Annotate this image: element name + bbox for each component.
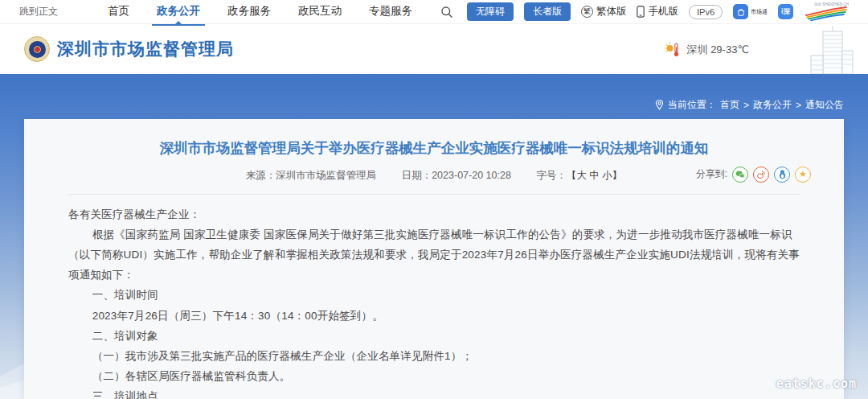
page: 跳到正文 首页 政务公开 政务服务 政民互动 专题服务 无障碍 长者版 繁 繁体… <box>0 0 868 399</box>
paragraph: （二）各辖区局医疗器械监管科负责人。 <box>68 366 800 386</box>
title-divider <box>68 194 800 195</box>
breadcrumb-label: 当前位置： <box>668 98 716 112</box>
skip-to-content-link[interactable]: 跳到正文 <box>19 5 58 19</box>
location-pin-icon <box>655 100 664 110</box>
ipv6-badge[interactable]: IPv6 <box>689 5 723 19</box>
paragraph: 各有关医疗器械生产企业： <box>68 204 800 224</box>
page-title: 深圳市市场监督管理局关于举办医疗器械生产企业实施医疗器械唯一标识法规培训的通知 <box>68 138 800 158</box>
topbar-right-tools: 无障碍 长者版 繁 繁体版 手机版 IPv6 市场通 i深 深圳 SHENZHE… <box>440 0 849 24</box>
shenzhen-china-logo[interactable]: 深圳 SHENZHEN·CHINA <box>804 0 849 24</box>
article-body: 各有关医疗器械生产企业： 根据《国家药监局 国家卫生健康委 国家医保局关于做好第… <box>68 204 800 399</box>
search-icon[interactable] <box>440 6 453 19</box>
market-app-icon <box>733 4 748 19</box>
accessibility-button[interactable]: 无障碍 <box>467 2 514 21</box>
market-app-label: 市场通 <box>751 8 768 16</box>
share-bar: 分享到: ★ <box>696 167 811 183</box>
mobile-phone-icon <box>637 6 645 18</box>
paragraph: 三、培训地点 <box>68 386 800 399</box>
meta-source: 来源：深圳市市场监督管理局 <box>246 170 377 181</box>
site-emblem-icon <box>24 36 50 62</box>
share-qq-button[interactable] <box>774 167 790 183</box>
building-illustration <box>800 26 863 74</box>
share-weibo-button[interactable] <box>753 167 769 183</box>
site-title: 深圳市市场监督管理局 <box>57 38 234 60</box>
breadcrumb-home[interactable]: 首页 <box>720 98 739 112</box>
share-wechat-button[interactable] <box>732 167 748 183</box>
paragraph: （一）我市涉及第三批实施产品的医疗器械生产企业（企业名单详见附件1）； <box>68 346 800 366</box>
share-label: 分享到: <box>696 167 727 181</box>
article-meta: 来源：深圳市市场监督管理局 日期：2023-07-20 10:28 字号：【大 … <box>68 169 800 183</box>
mobile-version-link[interactable]: 手机版 <box>637 5 678 19</box>
qq-icon <box>778 169 787 179</box>
nav-item-gov-service[interactable]: 政务服务 <box>227 1 271 23</box>
weather-widget: 深圳 29-33℃ <box>665 42 749 57</box>
nav-item-interaction[interactable]: 政民互动 <box>298 1 342 23</box>
paragraph: 根据《国家药监局 国家卫生健康委 国家医保局关于做好第三批实施医疗器械唯一标识工… <box>68 224 800 286</box>
paragraph: 二、培训对象 <box>68 326 800 346</box>
nav-item-special-service[interactable]: 专题服务 <box>369 1 412 23</box>
site-header: 深圳市市场监督管理局 深圳 29-33℃ <box>0 24 868 74</box>
paragraph: 一、培训时间 <box>68 285 800 305</box>
traditional-badge-icon: 繁 <box>581 6 593 18</box>
star-icon: ★ <box>799 169 807 179</box>
weather-text: 深圳 29-33℃ <box>687 43 749 57</box>
traditional-version-link[interactable]: 繁 繁体版 <box>581 5 627 19</box>
site-logo[interactable]: 深圳市市场监督管理局 <box>24 36 234 62</box>
font-size-selector[interactable]: 字号：【大 中 小】 <box>536 170 622 181</box>
main-nav: 首页 政务公开 政务服务 政民互动 专题服务 <box>108 1 412 23</box>
article-card: 深圳市市场监督管理局关于举办医疗器械生产企业实施医疗器械唯一标识法规培训的通知 … <box>24 119 844 399</box>
elder-version-button[interactable]: 长者版 <box>524 2 571 21</box>
paragraph: 2023年7月26日（周三）下午14：30（14：00开始签到）。 <box>68 306 800 326</box>
breadcrumb: 当前位置： 首页 > 政务公开 > 通知公告 <box>655 98 844 112</box>
weibo-icon <box>756 170 766 179</box>
nav-item-gov-open[interactable]: 政务公开 <box>157 1 200 23</box>
breadcrumb-notices[interactable]: 通知公告 <box>805 98 844 112</box>
meta-date: 日期：2023-07-20 10:28 <box>402 170 511 181</box>
share-favorite-button[interactable]: ★ <box>795 167 811 183</box>
breadcrumb-gov-open[interactable]: 政务公开 <box>753 98 792 112</box>
top-utility-bar: 跳到正文 首页 政务公开 政务服务 政民互动 专题服务 无障碍 长者版 繁 繁体… <box>0 0 868 24</box>
wechat-icon <box>735 170 745 179</box>
nav-item-home[interactable]: 首页 <box>108 1 129 23</box>
ishenzhen-app-icon[interactable]: i深 <box>778 4 793 19</box>
watermark: eatskc.com <box>776 376 857 391</box>
svg-text:深圳 SHENZHEN·CHINA: 深圳 SHENZHEN·CHINA <box>814 2 849 6</box>
market-app-link[interactable]: 市场通 <box>733 4 768 19</box>
weather-icon <box>665 42 682 57</box>
